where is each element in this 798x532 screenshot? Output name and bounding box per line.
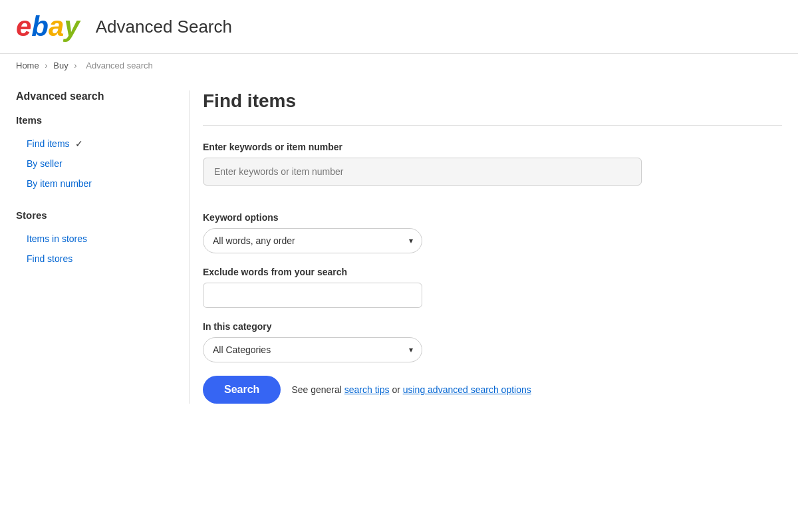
breadcrumb-current: Advanced search <box>86 61 152 70</box>
exclude-field-group: Exclude words from your search <box>203 267 782 308</box>
keyword-field-group: Enter keywords or item number <box>203 142 782 199</box>
keyword-input[interactable] <box>203 158 642 186</box>
keyword-options-label: Keyword options <box>203 212 782 223</box>
breadcrumb: Home › Buy › Advanced search <box>0 54 798 77</box>
keyword-options-select-wrapper: All words, any order Any words Exact wor… <box>203 228 422 253</box>
keyword-options-select[interactable]: All words, any order Any words Exact wor… <box>203 228 422 253</box>
header-title: Advanced Search <box>96 17 232 37</box>
breadcrumb-buy[interactable]: Buy <box>53 61 68 70</box>
divider <box>203 125 782 126</box>
sidebar-item-find-items[interactable]: Find items ✓ <box>16 134 176 154</box>
sidebar-item-find-stores[interactable]: Find stores <box>16 249 176 269</box>
category-field-group: In this category All Categories Antiques… <box>203 321 782 362</box>
exclude-label: Exclude words from your search <box>203 267 782 277</box>
sidebar-item-by-item-number[interactable]: By item number <box>16 174 176 194</box>
page-header: ebay Advanced Search <box>0 0 798 54</box>
category-select-wrapper: All Categories Antiques Art Baby Books C… <box>203 337 422 362</box>
main-container: Advanced search Items Find items ✓ By se… <box>0 77 798 417</box>
category-label: In this category <box>203 321 782 332</box>
search-tips-text: See general search tips or using advance… <box>291 384 531 395</box>
keyword-options-field-group: Keyword options All words, any order Any… <box>203 212 782 253</box>
logo-letter-y: y <box>64 11 79 43</box>
find-items-checkmark: ✓ <box>75 138 83 149</box>
breadcrumb-sep-2: › <box>74 61 79 70</box>
sidebar: Advanced search Items Find items ✓ By se… <box>16 90 189 404</box>
advanced-options-link[interactable]: using advanced search options <box>403 384 531 395</box>
search-button[interactable]: Search <box>203 376 281 404</box>
sidebar-item-by-seller[interactable]: By seller <box>16 154 176 174</box>
sidebar-stores-label: Stores <box>16 209 176 221</box>
exclude-input[interactable] <box>203 283 422 308</box>
sidebar-item-items-in-stores[interactable]: Items in stores <box>16 229 176 249</box>
sidebar-items-label: Items <box>16 114 176 126</box>
search-tips-link[interactable]: search tips <box>344 384 390 395</box>
logo-letter-a: a <box>49 11 64 43</box>
logo-letter-e: e <box>16 11 31 43</box>
page-title: Find items <box>203 90 782 112</box>
breadcrumb-sep-1: › <box>45 61 50 70</box>
keyword-label: Enter keywords or item number <box>203 142 782 152</box>
search-row: Search See general search tips or using … <box>203 376 782 404</box>
logo-letter-b: b <box>31 11 49 43</box>
ebay-logo[interactable]: ebay <box>16 11 80 43</box>
sidebar-title: Advanced search <box>16 90 176 102</box>
breadcrumb-home[interactable]: Home <box>16 61 39 70</box>
content-area: Find items Enter keywords or item number… <box>189 90 782 404</box>
category-select[interactable]: All Categories Antiques Art Baby Books C… <box>203 337 422 362</box>
